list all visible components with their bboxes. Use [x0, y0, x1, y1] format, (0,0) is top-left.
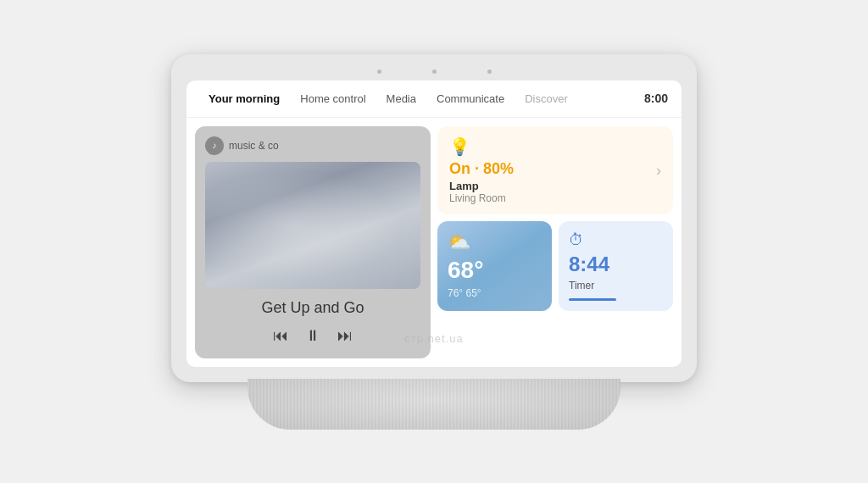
lamp-bulb-icon: 💡 [449, 136, 661, 157]
timer-icon: ⏱ [569, 231, 663, 249]
nav-discover[interactable]: Discover [516, 89, 576, 108]
nav-home-control[interactable]: Home control [292, 89, 374, 108]
lamp-status: On · 80% [449, 160, 661, 178]
music-app-icon: ♪ [205, 136, 224, 155]
timer-card[interactable]: ⏱ 8:44 Timer [559, 221, 673, 311]
timer-progress-bar [569, 298, 616, 301]
album-art [205, 162, 420, 289]
weather-card[interactable]: ⛅ 68° 76° 65° [437, 221, 552, 311]
lamp-chevron-icon: › [656, 161, 661, 179]
right-cards: 💡 On · 80% Lamp Living Room › ⛅ 68° 76° … [437, 126, 673, 311]
weather-icon: ⛅ [448, 231, 542, 253]
dot-center [432, 69, 437, 74]
music-header: ♪ music & co [205, 136, 420, 155]
prev-button[interactable]: ⏮ [273, 327, 288, 345]
timer-time: 8:44 [569, 253, 663, 276]
next-button[interactable]: ⏭ [337, 327, 353, 345]
bottom-cards: ⛅ 68° 76° 65° ⏱ 8:44 Timer [437, 221, 673, 311]
lamp-room: Living Room [449, 192, 661, 204]
nav-bar: Your morning Home control Media Communic… [186, 80, 682, 118]
device-time: 8:00 [644, 92, 668, 105]
play-pause-button[interactable]: ⏸ [305, 327, 320, 345]
nav-media[interactable]: Media [378, 89, 425, 108]
music-title: Get Up and Go [205, 299, 420, 317]
dot-right [487, 69, 492, 74]
music-controls: ⏮ ⏸ ⏭ [205, 324, 420, 348]
google-home-device: Your morning Home control Media Communic… [171, 54, 697, 430]
device-screen: Your morning Home control Media Communic… [186, 80, 682, 367]
device-screen-outer: Your morning Home control Media Communic… [171, 54, 697, 382]
device-dots [186, 69, 682, 74]
weather-temp: 68° [448, 257, 542, 284]
album-art-visual [205, 162, 420, 289]
lamp-name: Lamp [449, 180, 661, 192]
weather-range: 76° 65° [448, 287, 542, 299]
main-content: ♪ music & co Get Up and Go ⏮ ⏸ ⏭ [186, 118, 682, 367]
timer-label: Timer [569, 280, 663, 291]
dot-left [377, 69, 381, 74]
device-speaker-base [248, 379, 620, 430]
lamp-card[interactable]: 💡 On · 80% Lamp Living Room › [437, 126, 673, 214]
nav-your-morning[interactable]: Your morning [200, 89, 288, 108]
music-card[interactable]: ♪ music & co Get Up and Go ⏮ ⏸ ⏭ [195, 126, 431, 358]
nav-communicate[interactable]: Communicate [428, 89, 513, 108]
music-source-label: music & co [229, 140, 279, 152]
